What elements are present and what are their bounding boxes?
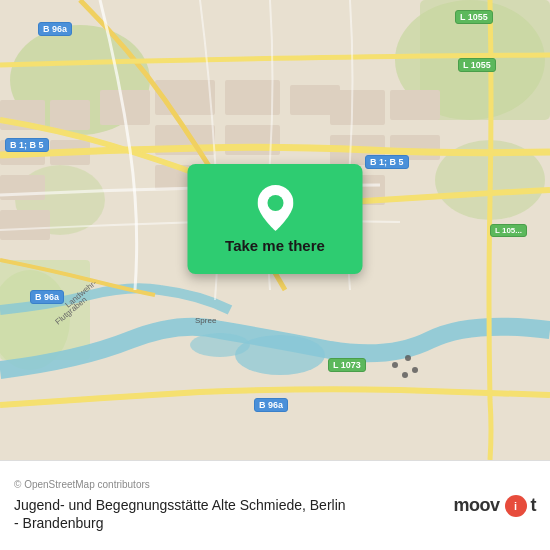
svg-point-37 xyxy=(267,195,283,211)
bottom-bar: © OpenStreetMap contributors Jugend- und… xyxy=(0,460,550,550)
svg-point-32 xyxy=(412,367,418,373)
moovit-dot: i xyxy=(505,495,527,517)
svg-point-31 xyxy=(402,372,408,378)
road-badge-b96a-bot: B 96a xyxy=(254,398,288,412)
road-badge-l1055-mid: L 1055 xyxy=(458,58,496,72)
take-me-there-label: Take me there xyxy=(225,237,325,254)
road-badge-b96a-top: B 96a xyxy=(38,22,72,36)
road-badge-l1073: L 1073 xyxy=(328,358,366,372)
moovit-text: moov xyxy=(453,495,499,516)
svg-rect-15 xyxy=(0,175,45,200)
copyright-text: © OpenStreetMap contributors xyxy=(14,479,443,490)
road-badge-b1b5-left: B 1; B 5 xyxy=(5,138,49,152)
svg-point-8 xyxy=(235,335,325,375)
svg-rect-11 xyxy=(50,100,90,130)
location-name: Jugend- und Begegnungsstätte Alte Schmie… xyxy=(14,496,443,532)
svg-rect-26 xyxy=(390,90,440,120)
svg-point-33 xyxy=(405,355,411,361)
moovit-text-end: t xyxy=(531,495,537,516)
location-info: © OpenStreetMap contributors Jugend- und… xyxy=(14,479,453,532)
location-name-text: Jugend- und Begegnungsstätte Alte Schmie… xyxy=(14,497,346,531)
svg-rect-25 xyxy=(330,90,385,125)
moovit-logo: moov i t xyxy=(453,495,536,517)
road-badge-l1055-bot: L 105... xyxy=(490,224,527,237)
svg-point-30 xyxy=(392,362,398,368)
map-container: Landwehr- Flutgraben Spree B 96a B 1; B … xyxy=(0,0,550,460)
take-me-there-button[interactable]: Take me there xyxy=(188,164,363,274)
location-pin-icon xyxy=(257,185,293,231)
svg-text:Spree: Spree xyxy=(195,316,217,325)
road-badge-b1b5-right: B 1; B 5 xyxy=(365,155,409,169)
svg-point-9 xyxy=(190,333,250,357)
road-badge-b96a-mid: B 96a xyxy=(30,290,64,304)
road-badge-l1055-top: L 1055 xyxy=(455,10,493,24)
svg-rect-16 xyxy=(0,210,50,240)
